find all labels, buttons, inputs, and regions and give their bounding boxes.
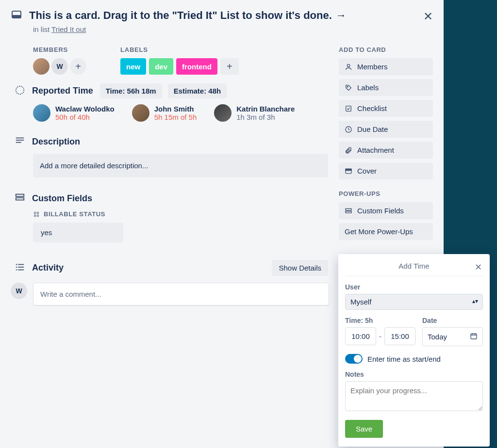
reporter-name: Waclaw Wolodko xyxy=(55,105,115,113)
date-label: Date xyxy=(422,317,483,324)
add-time-popover: Add Time ✕ User Myself ▴▾ Time: 5h - Dat… xyxy=(338,254,490,447)
clock-icon xyxy=(15,85,25,97)
svg-rect-25 xyxy=(346,211,351,212)
svg-rect-23 xyxy=(346,169,351,170)
sidebar-cover-button[interactable]: Cover xyxy=(339,162,433,179)
svg-rect-1 xyxy=(12,15,21,18)
time-from-input[interactable] xyxy=(345,327,376,345)
reporter-name: Katrin Blanchare xyxy=(236,105,295,113)
show-details-button[interactable]: Show Details xyxy=(272,260,328,276)
reporter-time: 5h 15m of 5h xyxy=(154,113,197,121)
reporter-item: Katrin Blanchare 1h 3m of 3h xyxy=(214,104,295,122)
description-icon xyxy=(15,135,25,148)
sidebar-checklist-button[interactable]: Checklist xyxy=(339,100,433,117)
save-button[interactable]: Save xyxy=(345,420,383,438)
comment-avatar: W xyxy=(11,283,27,299)
select-updown-icon: ▴▾ xyxy=(472,298,478,304)
reporter-time: 50h of 40h xyxy=(55,113,115,121)
add-label-button[interactable]: + xyxy=(220,58,239,75)
calendar-icon xyxy=(470,332,478,341)
svg-point-8 xyxy=(34,212,36,214)
svg-rect-12 xyxy=(16,264,17,265)
svg-rect-26 xyxy=(471,334,477,339)
reporter-item: John Smith 5h 15m of 5h xyxy=(132,104,197,122)
reporter-avatar xyxy=(132,104,149,122)
start-end-toggle[interactable] xyxy=(345,354,363,364)
svg-rect-17 xyxy=(18,269,24,270)
description-heading: Description xyxy=(32,137,80,147)
close-icon[interactable]: ✕ xyxy=(423,10,433,23)
activity-icon xyxy=(15,262,25,274)
reporter-time: 1h 3m of 3h xyxy=(236,113,295,121)
powerups-heading: POWER-UPS xyxy=(339,190,433,197)
estimate-chip[interactable]: Estimate: 48h xyxy=(168,83,227,98)
custom-fields-heading: Custom Fields xyxy=(32,193,92,204)
notes-label: Notes xyxy=(345,370,483,378)
comment-input[interactable]: Write a comment... xyxy=(33,283,329,305)
svg-point-11 xyxy=(37,215,39,217)
description-input[interactable]: Add a more detailed description... xyxy=(33,154,328,177)
user-select[interactable]: Myself xyxy=(345,294,483,310)
time-chip[interactable]: Time: 56h 18m xyxy=(100,83,162,98)
svg-rect-6 xyxy=(16,194,24,197)
add-to-card-heading: ADD TO CARD xyxy=(339,46,433,53)
custom-fields-icon xyxy=(15,192,25,205)
reporter-name: John Smith xyxy=(154,105,197,113)
svg-rect-20 xyxy=(346,106,351,111)
svg-rect-24 xyxy=(346,208,351,210)
card-title: This is a card. Drag it to the "Tried It… xyxy=(29,9,347,22)
sidebar-duedate-button[interactable]: Due Date xyxy=(339,121,433,138)
popover-close-icon[interactable]: ✕ xyxy=(475,262,482,272)
popover-title: Add Time ✕ xyxy=(345,260,483,276)
svg-rect-15 xyxy=(18,267,24,268)
custom-field-value[interactable]: yes xyxy=(33,223,123,242)
label-chip-dev[interactable]: dev xyxy=(149,58,173,75)
member-avatar-initial[interactable]: W xyxy=(51,58,68,75)
arrow-right-icon: → xyxy=(336,9,347,22)
svg-rect-5 xyxy=(16,142,21,143)
svg-rect-14 xyxy=(16,267,17,268)
time-dash: - xyxy=(379,332,381,340)
sidebar-members-button[interactable]: Members xyxy=(339,58,433,75)
svg-point-2 xyxy=(16,86,24,94)
list-link[interactable]: Tried It out xyxy=(51,25,86,33)
svg-rect-7 xyxy=(16,198,24,200)
svg-rect-13 xyxy=(18,264,24,265)
sidebar-labels-button[interactable]: Labels xyxy=(339,79,433,96)
sidebar-customfields-button[interactable]: Custom Fields xyxy=(339,202,433,219)
svg-rect-16 xyxy=(16,269,17,270)
card-icon xyxy=(11,9,22,22)
custom-field-label: BILLABLE STATUS xyxy=(33,210,329,218)
label-chip-frontend[interactable]: frontend xyxy=(176,58,217,75)
svg-point-9 xyxy=(37,212,39,214)
time-label: Time: 5h xyxy=(345,317,415,324)
time-to-input[interactable] xyxy=(384,327,415,345)
svg-point-18 xyxy=(347,64,349,66)
notes-textarea[interactable] xyxy=(345,381,483,411)
reporter-avatar xyxy=(214,104,232,122)
svg-rect-3 xyxy=(16,138,24,139)
user-label: User xyxy=(345,283,483,291)
toggle-label: Enter time as start/end xyxy=(367,355,441,363)
sidebar-attachment-button[interactable]: Attachment xyxy=(339,142,433,159)
member-avatar[interactable] xyxy=(33,58,50,75)
labels-heading: LABELS xyxy=(120,46,239,53)
sidebar-getmore-button[interactable]: Get More Power-Ups xyxy=(339,223,433,240)
svg-point-19 xyxy=(347,86,348,87)
svg-rect-4 xyxy=(16,140,24,141)
add-member-button[interactable]: + xyxy=(70,58,86,75)
reporter-item: Waclaw Wolodko 50h of 40h xyxy=(33,104,115,122)
svg-point-10 xyxy=(34,215,36,217)
activity-heading: Activity xyxy=(32,263,64,273)
members-heading: MEMBERS xyxy=(33,46,86,53)
date-input[interactable]: Today xyxy=(422,327,483,346)
reported-time-heading: Reported Time xyxy=(32,86,93,96)
in-list-text: in list Tried It out xyxy=(33,25,433,33)
reporter-avatar xyxy=(33,104,50,122)
label-chip-new[interactable]: new xyxy=(120,58,146,75)
